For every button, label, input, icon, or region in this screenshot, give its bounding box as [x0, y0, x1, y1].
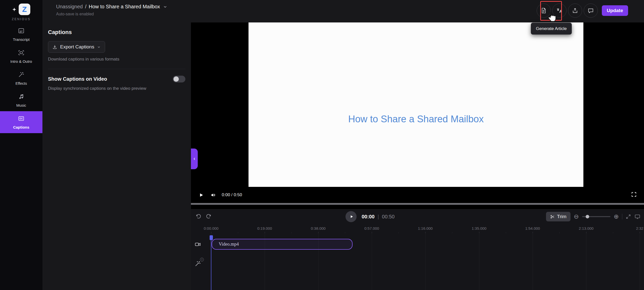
redo-icon[interactable] [206, 213, 212, 219]
show-captions-toggle[interactable] [173, 76, 185, 82]
gridline [479, 233, 479, 290]
show-captions-label: Show Captions on Video [48, 76, 107, 82]
translate-button[interactable] [552, 4, 566, 18]
ruler-label: 1:54.000 [525, 226, 540, 230]
timeline-total-time: 00:50 [382, 214, 394, 220]
show-captions-description: Display synchronized captions on the vid… [48, 86, 185, 91]
gridline [586, 233, 586, 290]
playhead-handle[interactable] [210, 235, 213, 240]
video-track-icon[interactable] [194, 241, 201, 248]
trim-label: Trim [557, 214, 566, 219]
share-button[interactable] [568, 4, 582, 18]
ruler-label: 0:19.000 [257, 226, 272, 230]
gridline [425, 233, 426, 290]
ruler-label: 1:35.000 [472, 226, 486, 230]
sidebar-item-label: Effects [15, 81, 27, 85]
timeline-controls: 00:00 | 00:50 Trim ⊖ ⊕ [191, 209, 644, 224]
sidebar-item-music[interactable]: Music [0, 89, 42, 111]
export-captions-label: Export Captions [60, 44, 94, 50]
divider [48, 69, 185, 69]
ruler-label: 1:16.000 [418, 226, 433, 230]
export-description: Download captions in various formats [48, 57, 185, 62]
breadcrumb-separator: / [85, 4, 87, 10]
monitor-icon[interactable] [634, 214, 640, 220]
magic-wand-icon [18, 71, 24, 79]
sidebar-item-label: Captions [13, 125, 29, 129]
breadcrumb-group: Unassigned [56, 4, 83, 10]
logo-mark: Z [19, 4, 30, 15]
sidebar-item-label: Transcript [13, 37, 30, 42]
zoom-in-icon[interactable]: ⊕ [614, 213, 619, 220]
sidebar-item-label: Music [16, 103, 26, 107]
sidebar-item-captions[interactable]: Captions [0, 111, 42, 133]
app-window: Z ZENIOUS Transcript Intro & Outro [0, 0, 644, 290]
fullscreen-icon[interactable] [631, 191, 637, 197]
timeline-clip[interactable]: Video.mp4 [212, 239, 353, 250]
download-icon [52, 44, 57, 49]
gridline [372, 233, 372, 290]
sidebar-item-transcript[interactable]: Transcript [0, 23, 42, 45]
player-time-display: 0:00 / 0:50 [222, 192, 242, 197]
update-button[interactable]: Update [602, 5, 628, 16]
undo-icon[interactable] [195, 213, 202, 219]
timeline-play-button[interactable] [345, 211, 357, 222]
playhead-line [211, 235, 211, 290]
time-separator: | [378, 214, 379, 220]
generate-article-tooltip: Generate Article [531, 23, 572, 35]
document-icon [540, 7, 547, 14]
export-captions-button[interactable]: Export Captions [48, 41, 105, 53]
timeline-transport: 00:00 | 00:50 [345, 211, 394, 222]
sidebar-item-effects[interactable]: Effects [0, 67, 42, 89]
captions-icon [18, 115, 24, 123]
timeline-tools: Trim ⊖ ⊕ [546, 212, 641, 222]
captions-panel: Captions Export Captions Download captio… [42, 22, 191, 290]
app-name: ZENIOUS [0, 17, 42, 21]
gridline [533, 233, 533, 290]
trim-button[interactable]: Trim [546, 212, 571, 221]
effects-track-icon[interactable] [194, 260, 201, 267]
divider [622, 214, 622, 219]
fit-to-view-icon[interactable] [626, 214, 631, 219]
timeline-ruler[interactable]: 0:00.000 0:19.000 0:38.000 0:57.000 1:16… [191, 224, 644, 233]
seek-bar[interactable] [191, 203, 644, 205]
play-icon[interactable] [199, 192, 204, 198]
ruler-label: 2:13.000 [579, 226, 593, 230]
timeline-time-display: 00:00 | 00:50 [362, 214, 394, 220]
header-actions: Update [537, 4, 628, 18]
share-icon [572, 7, 578, 14]
intro-outro-icon [18, 49, 24, 57]
sparkle-icon [12, 7, 16, 12]
speech-bubble-icon [587, 7, 594, 14]
breadcrumb[interactable]: Unassigned / How to Share a Shared Mailb… [56, 4, 167, 10]
toggle-knob [174, 76, 179, 82]
timeline-current-time: 00:00 [362, 214, 375, 220]
zoom-slider[interactable] [582, 215, 610, 218]
sidebar-item-label: Intro & Outro [10, 59, 32, 64]
timeline-tracks: i Video.mp4 [191, 233, 644, 290]
gridline [640, 233, 640, 290]
app-logo: Z [0, 4, 42, 15]
top-bar: Unassigned / How to Share a Shared Mailb… [42, 0, 644, 22]
timeline: 00:00 | 00:50 Trim ⊖ ⊕ [191, 209, 644, 290]
show-captions-row: Show Captions on Video [48, 76, 185, 82]
clip-label: Video.mp4 [219, 242, 239, 247]
scissors-icon [550, 214, 555, 219]
info-icon[interactable]: i [200, 258, 204, 262]
project-title: How to Share a Shared Mailbox [89, 4, 160, 10]
chevron-down-icon [163, 5, 167, 9]
sidebar: Z ZENIOUS Transcript Intro & Outro [0, 0, 42, 290]
video-player-area: How to Share a Shared Mailbox 0:00 / 0:5… [191, 22, 644, 209]
volume-icon[interactable] [210, 192, 216, 198]
panel-collapse-handle[interactable] [191, 149, 198, 169]
sidebar-item-intro-outro[interactable]: Intro & Outro [0, 45, 42, 67]
video-slide-title: How to Share a Shared Mailbox [249, 114, 583, 125]
zoom-out-icon[interactable]: ⊖ [574, 213, 579, 220]
zoom-slider-knob[interactable] [586, 215, 589, 218]
video-preview[interactable]: How to Share a Shared Mailbox [249, 22, 583, 187]
music-note-icon [18, 93, 24, 101]
translate-icon [556, 7, 563, 14]
autosave-status: Auto-save is enabled [56, 12, 94, 16]
generate-article-button[interactable] [537, 4, 551, 18]
comment-button[interactable] [584, 4, 598, 18]
panel-title: Captions [48, 29, 185, 36]
